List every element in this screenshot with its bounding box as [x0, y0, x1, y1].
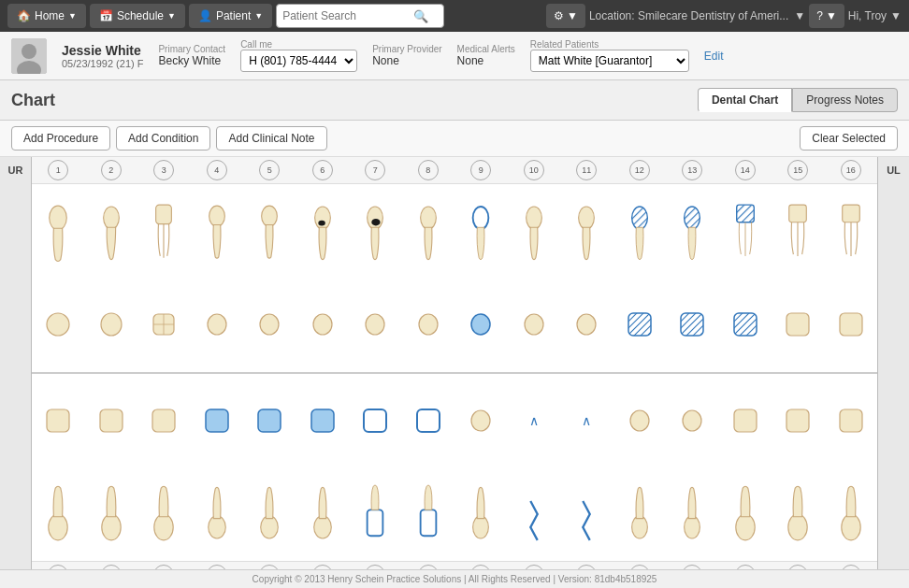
tooth-3-top[interactable]	[150, 310, 178, 338]
tooth-17-top[interactable]	[837, 407, 865, 435]
tooth-4-side[interactable]	[205, 198, 229, 264]
tooth-31-side[interactable]	[99, 481, 123, 547]
tooth-num-9[interactable]: 9	[470, 160, 491, 180]
tooth-30-top[interactable]	[150, 407, 178, 435]
edit-link[interactable]: Edit	[704, 50, 724, 63]
tooth-27-top[interactable]	[309, 407, 337, 435]
tooth-num-5[interactable]: 5	[259, 160, 280, 180]
gear-icon: ⚙	[554, 9, 564, 22]
tooth-4-top[interactable]	[203, 310, 231, 338]
search-input[interactable]	[282, 9, 413, 22]
tooth-9-side[interactable]	[469, 198, 493, 264]
tooth-2-top[interactable]	[97, 310, 125, 338]
add-condition-button[interactable]: Add Condition	[116, 126, 210, 151]
tooth-5-top[interactable]	[255, 310, 283, 338]
tooth-25-top[interactable]	[414, 407, 442, 435]
tooth-12-top[interactable]	[626, 310, 654, 338]
tooth-25-side[interactable]	[416, 481, 440, 547]
tooth-5-side[interactable]	[257, 198, 281, 264]
tooth-32-side[interactable]	[46, 481, 70, 547]
tooth-6-side[interactable]	[310, 198, 335, 264]
tooth-21-side[interactable]	[628, 481, 652, 547]
tooth-10-top[interactable]	[520, 310, 548, 338]
tooth-23-side[interactable]	[522, 481, 546, 547]
svg-rect-52	[417, 409, 440, 432]
tooth-num-4[interactable]: 4	[207, 160, 227, 180]
tooth-20-top[interactable]	[678, 407, 706, 435]
tooth-num-6[interactable]: 6	[312, 160, 333, 180]
tooth-num-7[interactable]: 7	[365, 160, 385, 180]
tooth-18-top[interactable]	[784, 407, 812, 435]
tooth-28-top[interactable]	[255, 407, 283, 435]
tooth-11-side[interactable]	[574, 198, 599, 264]
tooth-8-top[interactable]	[414, 310, 442, 338]
tooth-23-top[interactable]: ∧	[520, 407, 548, 435]
help-button[interactable]: ? ▼	[809, 4, 844, 28]
tooth-9-top[interactable]	[467, 310, 495, 338]
tooth-11-top[interactable]	[572, 310, 600, 338]
tooth-20-side[interactable]	[680, 481, 704, 547]
phone-select[interactable]: H (801) 785-4444	[240, 50, 357, 72]
tooth-num-12[interactable]: 12	[629, 160, 650, 180]
tooth-29-top[interactable]	[203, 407, 231, 435]
tooth-num-15[interactable]: 15	[787, 160, 808, 180]
tooth-16-side[interactable]	[839, 198, 863, 264]
tooth-3-side[interactable]	[152, 198, 176, 264]
tooth-14-top[interactable]	[731, 310, 759, 338]
tooth-24-side[interactable]	[469, 481, 493, 547]
tooth-14-side[interactable]	[733, 198, 758, 264]
tooth-10-side[interactable]	[522, 198, 546, 264]
tab-dental-chart[interactable]: Dental Chart	[698, 88, 792, 112]
tooth-18-side[interactable]	[786, 481, 810, 547]
tooth-29-side[interactable]	[205, 481, 229, 547]
tooth-num-10[interactable]: 10	[524, 160, 544, 180]
tooth-28-side[interactable]	[257, 481, 281, 547]
tooth-26-side[interactable]	[363, 481, 387, 547]
tooth-13-side[interactable]	[680, 198, 704, 264]
related-patients-select[interactable]: Matt White [Guarantor]	[530, 50, 689, 72]
tooth-num-2[interactable]: 2	[101, 160, 122, 180]
tooth-26-top[interactable]	[361, 407, 389, 435]
tooth-22-top[interactable]: ∧	[572, 407, 600, 435]
tooth-19-top[interactable]	[731, 407, 759, 435]
tooth-27-side[interactable]	[310, 481, 335, 547]
tooth-num-14[interactable]: 14	[735, 160, 756, 180]
tooth-15-side[interactable]	[786, 198, 810, 264]
tooth-num-1[interactable]: 1	[48, 160, 68, 180]
clear-selected-button[interactable]: Clear Selected	[800, 126, 898, 151]
tooth-num-8[interactable]: 8	[418, 160, 439, 180]
tooth-17-side[interactable]	[839, 481, 863, 547]
tooth-30-side[interactable]	[152, 481, 176, 547]
tooth-32-top[interactable]	[44, 407, 72, 435]
tooth-15-top[interactable]	[784, 310, 812, 338]
tooth-8-side[interactable]	[416, 198, 440, 264]
tooth-21-top[interactable]	[626, 407, 654, 435]
schedule-button[interactable]: 📅 Schedule ▼	[90, 4, 185, 28]
tooth-31-top[interactable]	[97, 407, 125, 435]
settings-button[interactable]: ⚙ ▼	[546, 4, 585, 28]
tooth-6-top[interactable]	[309, 310, 337, 338]
home-button[interactable]: 🏠 Home ▼	[7, 4, 86, 28]
tooth-num-16[interactable]: 16	[841, 160, 861, 180]
search-box[interactable]: 🔍	[276, 4, 444, 28]
tooth-12-side[interactable]	[628, 198, 652, 264]
tooth-22-side[interactable]	[574, 481, 599, 547]
chart-header: Chart Dental Chart Progress Notes	[0, 80, 909, 121]
patient-button[interactable]: 👤 Patient ▼	[189, 4, 272, 28]
tooth-num-13[interactable]: 13	[682, 160, 702, 180]
add-procedure-button[interactable]: Add Procedure	[11, 126, 110, 151]
tooth-7-top[interactable]	[361, 310, 389, 338]
tooth-1-side[interactable]	[46, 198, 70, 264]
tooth-1-top[interactable]	[44, 310, 72, 338]
tooth-16-top[interactable]	[837, 310, 865, 338]
add-clinical-note-button[interactable]: Add Clinical Note	[216, 126, 326, 151]
tab-progress-notes[interactable]: Progress Notes	[792, 88, 898, 112]
tooth-num-3[interactable]: 3	[153, 160, 174, 180]
patient-name: Jessie White	[62, 43, 143, 58]
tooth-num-11[interactable]: 11	[576, 160, 597, 180]
tooth-2-side[interactable]	[99, 198, 123, 264]
tooth-19-side[interactable]	[733, 481, 758, 547]
tooth-24-top[interactable]	[467, 407, 495, 435]
tooth-7-side[interactable]	[363, 198, 387, 264]
tooth-13-top[interactable]	[678, 310, 706, 338]
